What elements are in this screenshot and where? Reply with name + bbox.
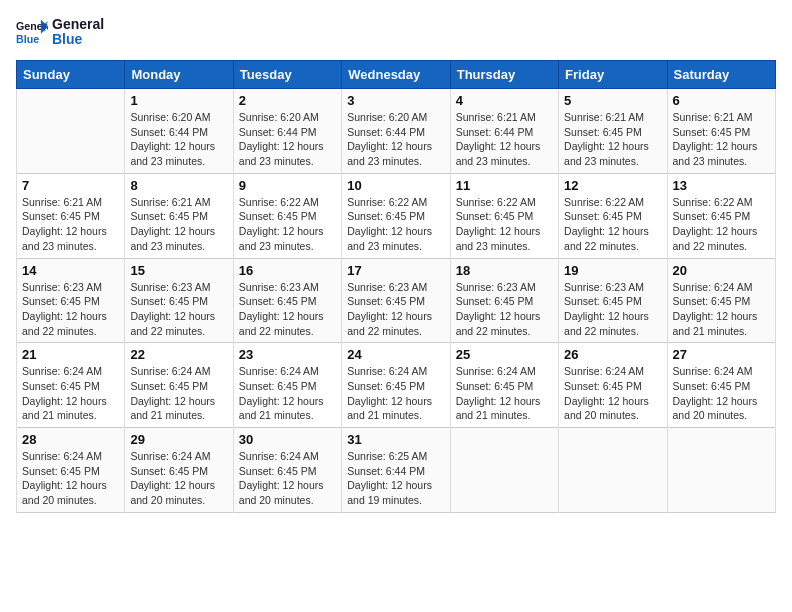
calendar-cell	[667, 428, 775, 513]
header-cell-saturday: Saturday	[667, 61, 775, 89]
calendar-cell: 5Sunrise: 6:21 AMSunset: 6:45 PMDaylight…	[559, 89, 667, 174]
calendar-cell: 27Sunrise: 6:24 AMSunset: 6:45 PMDayligh…	[667, 343, 775, 428]
day-info: Sunrise: 6:24 AMSunset: 6:45 PMDaylight:…	[347, 364, 444, 423]
calendar-cell: 28Sunrise: 6:24 AMSunset: 6:45 PMDayligh…	[17, 428, 125, 513]
day-number: 10	[347, 178, 444, 193]
day-number: 22	[130, 347, 227, 362]
day-number: 1	[130, 93, 227, 108]
calendar-cell: 25Sunrise: 6:24 AMSunset: 6:45 PMDayligh…	[450, 343, 558, 428]
day-number: 19	[564, 263, 661, 278]
day-number: 17	[347, 263, 444, 278]
calendar-cell	[17, 89, 125, 174]
day-info: Sunrise: 6:24 AMSunset: 6:45 PMDaylight:…	[456, 364, 553, 423]
logo-line1: General	[52, 17, 104, 32]
day-info: Sunrise: 6:20 AMSunset: 6:44 PMDaylight:…	[347, 110, 444, 169]
logo-line2: Blue	[52, 32, 104, 47]
calendar-cell: 13Sunrise: 6:22 AMSunset: 6:45 PMDayligh…	[667, 173, 775, 258]
header-cell-monday: Monday	[125, 61, 233, 89]
calendar-cell: 18Sunrise: 6:23 AMSunset: 6:45 PMDayligh…	[450, 258, 558, 343]
day-number: 7	[22, 178, 119, 193]
day-info: Sunrise: 6:23 AMSunset: 6:45 PMDaylight:…	[239, 280, 336, 339]
day-number: 5	[564, 93, 661, 108]
calendar-cell: 7Sunrise: 6:21 AMSunset: 6:45 PMDaylight…	[17, 173, 125, 258]
calendar-table: SundayMondayTuesdayWednesdayThursdayFrid…	[16, 60, 776, 513]
calendar-cell: 23Sunrise: 6:24 AMSunset: 6:45 PMDayligh…	[233, 343, 341, 428]
calendar-cell: 15Sunrise: 6:23 AMSunset: 6:45 PMDayligh…	[125, 258, 233, 343]
header-cell-thursday: Thursday	[450, 61, 558, 89]
day-number: 31	[347, 432, 444, 447]
day-number: 4	[456, 93, 553, 108]
day-number: 29	[130, 432, 227, 447]
day-info: Sunrise: 6:24 AMSunset: 6:45 PMDaylight:…	[130, 364, 227, 423]
day-number: 20	[673, 263, 770, 278]
calendar-cell: 1Sunrise: 6:20 AMSunset: 6:44 PMDaylight…	[125, 89, 233, 174]
day-number: 28	[22, 432, 119, 447]
day-info: Sunrise: 6:23 AMSunset: 6:45 PMDaylight:…	[564, 280, 661, 339]
day-info: Sunrise: 6:22 AMSunset: 6:45 PMDaylight:…	[564, 195, 661, 254]
week-row-0: 1Sunrise: 6:20 AMSunset: 6:44 PMDaylight…	[17, 89, 776, 174]
day-number: 13	[673, 178, 770, 193]
calendar-cell: 24Sunrise: 6:24 AMSunset: 6:45 PMDayligh…	[342, 343, 450, 428]
day-info: Sunrise: 6:24 AMSunset: 6:45 PMDaylight:…	[22, 364, 119, 423]
day-number: 27	[673, 347, 770, 362]
day-info: Sunrise: 6:24 AMSunset: 6:45 PMDaylight:…	[564, 364, 661, 423]
day-info: Sunrise: 6:24 AMSunset: 6:45 PMDaylight:…	[673, 280, 770, 339]
day-info: Sunrise: 6:24 AMSunset: 6:45 PMDaylight:…	[239, 449, 336, 508]
day-info: Sunrise: 6:24 AMSunset: 6:45 PMDaylight:…	[239, 364, 336, 423]
day-info: Sunrise: 6:20 AMSunset: 6:44 PMDaylight:…	[130, 110, 227, 169]
week-row-3: 21Sunrise: 6:24 AMSunset: 6:45 PMDayligh…	[17, 343, 776, 428]
week-row-1: 7Sunrise: 6:21 AMSunset: 6:45 PMDaylight…	[17, 173, 776, 258]
day-info: Sunrise: 6:23 AMSunset: 6:45 PMDaylight:…	[456, 280, 553, 339]
day-number: 6	[673, 93, 770, 108]
day-info: Sunrise: 6:24 AMSunset: 6:45 PMDaylight:…	[22, 449, 119, 508]
day-info: Sunrise: 6:21 AMSunset: 6:45 PMDaylight:…	[22, 195, 119, 254]
day-number: 25	[456, 347, 553, 362]
calendar-cell: 6Sunrise: 6:21 AMSunset: 6:45 PMDaylight…	[667, 89, 775, 174]
logo: General Blue General Blue	[16, 16, 104, 48]
page-header: General Blue General Blue	[16, 16, 776, 48]
day-info: Sunrise: 6:23 AMSunset: 6:45 PMDaylight:…	[22, 280, 119, 339]
day-info: Sunrise: 6:22 AMSunset: 6:45 PMDaylight:…	[347, 195, 444, 254]
day-info: Sunrise: 6:24 AMSunset: 6:45 PMDaylight:…	[673, 364, 770, 423]
day-info: Sunrise: 6:21 AMSunset: 6:45 PMDaylight:…	[564, 110, 661, 169]
day-number: 11	[456, 178, 553, 193]
calendar-cell: 4Sunrise: 6:21 AMSunset: 6:44 PMDaylight…	[450, 89, 558, 174]
calendar-cell: 12Sunrise: 6:22 AMSunset: 6:45 PMDayligh…	[559, 173, 667, 258]
day-info: Sunrise: 6:23 AMSunset: 6:45 PMDaylight:…	[347, 280, 444, 339]
calendar-cell: 3Sunrise: 6:20 AMSunset: 6:44 PMDaylight…	[342, 89, 450, 174]
calendar-cell: 22Sunrise: 6:24 AMSunset: 6:45 PMDayligh…	[125, 343, 233, 428]
day-info: Sunrise: 6:22 AMSunset: 6:45 PMDaylight:…	[239, 195, 336, 254]
day-number: 15	[130, 263, 227, 278]
day-number: 26	[564, 347, 661, 362]
week-row-4: 28Sunrise: 6:24 AMSunset: 6:45 PMDayligh…	[17, 428, 776, 513]
day-number: 24	[347, 347, 444, 362]
calendar-cell: 2Sunrise: 6:20 AMSunset: 6:44 PMDaylight…	[233, 89, 341, 174]
day-number: 14	[22, 263, 119, 278]
day-number: 2	[239, 93, 336, 108]
day-info: Sunrise: 6:21 AMSunset: 6:45 PMDaylight:…	[673, 110, 770, 169]
calendar-cell: 21Sunrise: 6:24 AMSunset: 6:45 PMDayligh…	[17, 343, 125, 428]
week-row-2: 14Sunrise: 6:23 AMSunset: 6:45 PMDayligh…	[17, 258, 776, 343]
header-row: SundayMondayTuesdayWednesdayThursdayFrid…	[17, 61, 776, 89]
day-number: 12	[564, 178, 661, 193]
calendar-cell: 14Sunrise: 6:23 AMSunset: 6:45 PMDayligh…	[17, 258, 125, 343]
logo-icon: General Blue	[16, 16, 48, 48]
day-info: Sunrise: 6:21 AMSunset: 6:44 PMDaylight:…	[456, 110, 553, 169]
day-number: 16	[239, 263, 336, 278]
day-info: Sunrise: 6:22 AMSunset: 6:45 PMDaylight:…	[673, 195, 770, 254]
header-cell-tuesday: Tuesday	[233, 61, 341, 89]
calendar-cell: 31Sunrise: 6:25 AMSunset: 6:44 PMDayligh…	[342, 428, 450, 513]
day-number: 30	[239, 432, 336, 447]
calendar-cell: 11Sunrise: 6:22 AMSunset: 6:45 PMDayligh…	[450, 173, 558, 258]
svg-text:Blue: Blue	[16, 33, 39, 45]
day-info: Sunrise: 6:22 AMSunset: 6:45 PMDaylight:…	[456, 195, 553, 254]
day-number: 8	[130, 178, 227, 193]
day-info: Sunrise: 6:20 AMSunset: 6:44 PMDaylight:…	[239, 110, 336, 169]
day-number: 9	[239, 178, 336, 193]
calendar-cell: 19Sunrise: 6:23 AMSunset: 6:45 PMDayligh…	[559, 258, 667, 343]
calendar-cell: 10Sunrise: 6:22 AMSunset: 6:45 PMDayligh…	[342, 173, 450, 258]
day-number: 3	[347, 93, 444, 108]
day-number: 23	[239, 347, 336, 362]
day-number: 18	[456, 263, 553, 278]
day-info: Sunrise: 6:21 AMSunset: 6:45 PMDaylight:…	[130, 195, 227, 254]
